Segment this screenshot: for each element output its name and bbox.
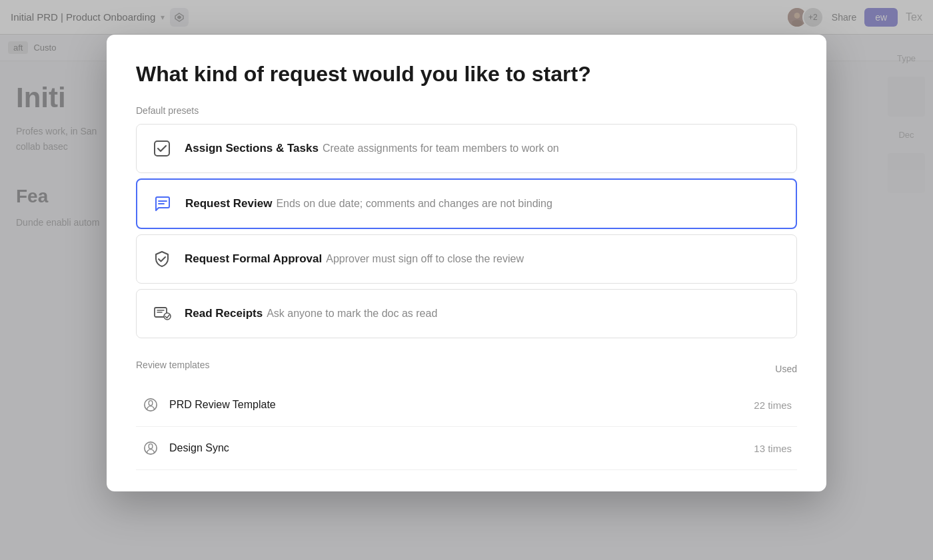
preset-desc-assign: Create assignments for team members to w… <box>323 142 559 154</box>
preset-name-read-receipts: Read Receipts <box>185 307 263 320</box>
templates-section: Review templates Used PRD Review Templat… <box>136 360 797 470</box>
preset-desc-request-review: Ends on due date; comments and changes a… <box>276 198 552 210</box>
presets-section-label: Default presets <box>136 105 797 116</box>
preset-text-request-review: Request Review Ends on due date; comment… <box>185 197 552 210</box>
template-name-design: Design Sync <box>169 442 229 454</box>
preset-desc-formal-approval: Approver must sign off to close the revi… <box>326 253 524 265</box>
modal-title: What kind of request would you like to s… <box>136 61 797 87</box>
preset-item-request-review[interactable]: Request Review Ends on due date; comment… <box>136 178 797 229</box>
templates-used-label: Used <box>775 364 797 374</box>
checkbox-icon <box>150 137 174 160</box>
templates-section-label: Review templates <box>136 360 210 370</box>
template-used-design: 13 times <box>754 443 792 454</box>
template-left-design: Design Sync <box>141 439 229 457</box>
template-item-prd-review[interactable]: PRD Review Template 22 times <box>136 384 797 427</box>
preset-item-formal-approval[interactable]: Request Formal Approval Approver must si… <box>136 234 797 284</box>
preset-desc-read-receipts: Ask anyone to mark the doc as read <box>267 308 437 320</box>
preset-name-assign: Assign Sections & Tasks <box>185 142 319 155</box>
preset-item-read-receipts[interactable]: Read Receipts Ask anyone to mark the doc… <box>136 289 797 338</box>
chat-icon <box>151 192 175 216</box>
modal-dialog: What kind of request would you like to s… <box>107 35 826 491</box>
eye-check-icon <box>150 302 174 326</box>
template-left-prd: PRD Review Template <box>141 396 276 414</box>
template-icon-design <box>141 439 160 457</box>
preset-text-read-receipts: Read Receipts Ask anyone to mark the doc… <box>185 307 437 320</box>
svg-rect-5 <box>155 141 169 156</box>
template-name-prd: PRD Review Template <box>169 399 276 411</box>
preset-text-assign: Assign Sections & Tasks Create assignmen… <box>185 142 559 155</box>
preset-item-assign[interactable]: Assign Sections & Tasks Create assignmen… <box>136 124 797 173</box>
preset-name-formal-approval: Request Formal Approval <box>185 252 322 266</box>
preset-list: Assign Sections & Tasks Create assignmen… <box>136 124 797 338</box>
modal-overlay[interactable]: What kind of request would you like to s… <box>0 0 933 560</box>
template-item-design-sync[interactable]: Design Sync 13 times <box>136 427 797 470</box>
preset-name-request-review: Request Review <box>185 197 272 210</box>
shield-check-icon <box>150 247 174 271</box>
template-used-prd: 22 times <box>754 400 792 411</box>
preset-text-formal-approval: Request Formal Approval Approver must si… <box>185 252 524 266</box>
templates-header: Review templates Used <box>136 360 797 378</box>
template-icon-prd <box>141 396 160 414</box>
